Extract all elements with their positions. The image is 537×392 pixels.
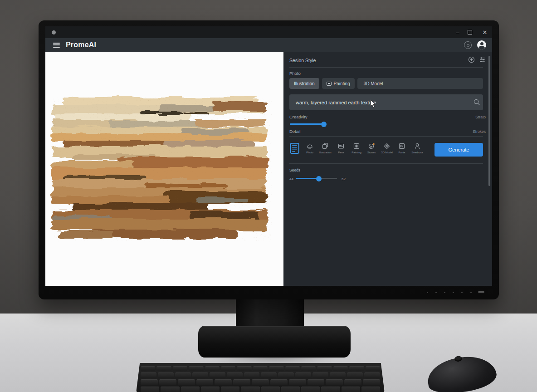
window-dot-icon (52, 30, 56, 34)
artwork-canvas (45, 52, 283, 286)
keyboard-key (364, 372, 380, 378)
tune-icon[interactable] (479, 56, 486, 63)
tool-label: Illustration (319, 151, 331, 154)
monitor-power-button[interactable] (478, 291, 484, 293)
dome-icon (306, 142, 313, 150)
tool-seedross[interactable]: Seedross (410, 142, 425, 154)
rammed-earth-painting (45, 52, 283, 286)
keyboard-key (269, 366, 283, 371)
divider (289, 136, 483, 137)
seed-slider-handle[interactable] (316, 176, 322, 181)
mouse-wheel (454, 356, 463, 362)
tool-photo[interactable]: Photo (302, 142, 317, 154)
keyboard-key (281, 387, 300, 392)
keyboard-key (285, 366, 300, 371)
keyboard-key (205, 366, 220, 371)
keyboard-key (270, 379, 288, 385)
keyboard-key (333, 366, 348, 371)
keyboard-key (312, 372, 328, 378)
monitor-osd-buttons[interactable] (39, 291, 499, 294)
keyboard-key (326, 379, 343, 385)
creativity-label: Creativity (289, 114, 308, 119)
keyboard-key (173, 366, 187, 371)
close-button[interactable]: ✕ (481, 29, 488, 35)
keyboard-key (221, 387, 239, 392)
style-button-label: 3D Model (364, 81, 383, 86)
keyboard-key (161, 387, 179, 392)
style-button-3d-model[interactable]: 3D Model (357, 78, 483, 89)
seed-label: Seeds (289, 168, 300, 172)
keyboard-key (301, 366, 316, 371)
search-icon[interactable] (473, 98, 480, 106)
style-button-painting[interactable]: Painting (322, 78, 355, 89)
panel-scrollbar[interactable] (488, 56, 490, 186)
menu-icon[interactable] (53, 43, 60, 48)
detail-label: Detail (289, 129, 300, 134)
person-icon (414, 142, 421, 150)
category-label: Photo (289, 71, 301, 76)
tool-label: Pens (338, 151, 344, 154)
keyboard-key (363, 379, 380, 385)
detail-right-label: Strokes (473, 129, 486, 134)
seed-max-value: 62 (342, 177, 346, 181)
frame-text-icon (398, 142, 405, 150)
prompt-input[interactable] (289, 94, 483, 110)
keyboard-key (159, 379, 176, 385)
keyboard-key (244, 372, 260, 378)
tool-painting[interactable]: Painting (349, 142, 364, 154)
keyboard-key (178, 379, 195, 385)
pages-icon (322, 142, 329, 150)
keyboard-key (253, 366, 268, 371)
style-button-label: Illustration (294, 81, 315, 86)
style-button-illustration[interactable]: Illustration (289, 78, 319, 89)
globe-icon (368, 142, 375, 150)
keyboard-key (321, 387, 340, 392)
keyboard-key (215, 379, 232, 385)
divider (289, 67, 483, 68)
divider (289, 163, 483, 164)
keyboard-key (189, 366, 203, 371)
tool-pens[interactable]: Pens (333, 142, 349, 154)
help-icon[interactable] (464, 41, 472, 49)
tool-illustration[interactable]: Illustration (317, 142, 333, 154)
image-icon (327, 82, 332, 86)
creativity-slider-handle[interactable] (321, 122, 327, 127)
maximize-button[interactable] (468, 30, 472, 34)
keyboard-key (210, 372, 225, 378)
tool-3d-model[interactable]: 3D Model (379, 142, 395, 154)
creativity-slider[interactable] (290, 123, 483, 125)
keyboard-key (330, 372, 346, 378)
generation-panel: Sesion Style Photo Illustration Paint (283, 52, 492, 286)
minimize-button[interactable]: – (454, 29, 461, 35)
add-icon[interactable] (468, 56, 475, 63)
keyboard-key (295, 372, 311, 378)
tool-label: Photo (306, 151, 313, 154)
keyboard-key (252, 379, 269, 385)
generate-button[interactable]: Generate (434, 143, 483, 157)
keyboard-key (175, 372, 191, 378)
keyboard-key (192, 372, 208, 378)
keyboard-key (158, 372, 174, 378)
keyboard-key (261, 372, 277, 378)
tool-stones[interactable]: Stones (364, 142, 379, 154)
tool-label: Stones (367, 151, 376, 154)
app-title: PromeAI (66, 41, 96, 49)
user-avatar[interactable] (477, 40, 486, 49)
tool-fonts[interactable]: Fonts (394, 142, 410, 154)
frame-sparkle-icon (353, 142, 360, 150)
tool-label: Painting (351, 151, 361, 154)
keyboard-key (308, 379, 325, 385)
keyboard-key (349, 366, 364, 371)
keyboard-key (201, 387, 220, 392)
keyboard-key (366, 366, 380, 371)
keyboard-key (141, 372, 156, 378)
keyboard-row (141, 372, 380, 378)
seed-slider-row: 44 62 (289, 176, 380, 183)
keyboard-key (347, 372, 363, 378)
seed-slider[interactable] (296, 178, 337, 179)
window-titlebar: – ✕ (45, 26, 492, 38)
tool-list-selected[interactable] (290, 142, 299, 156)
keyboard-key (141, 387, 159, 392)
card-icon (337, 142, 345, 150)
keyboard-key (278, 372, 294, 378)
